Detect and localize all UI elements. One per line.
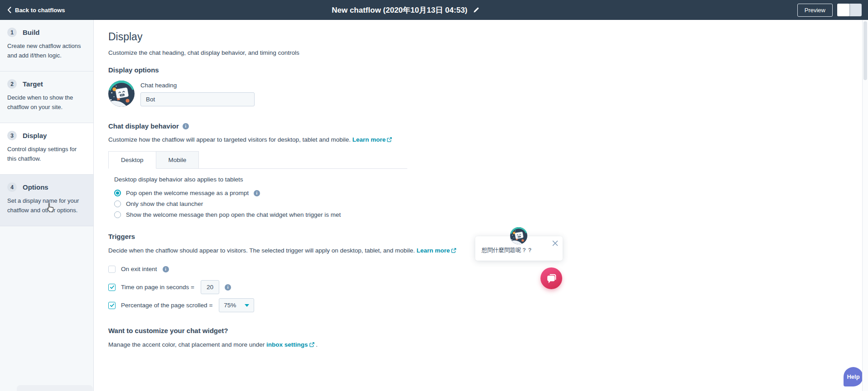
sidebar-bottom-tab	[17, 385, 93, 391]
scroll-percent-select[interactable]: 75%	[219, 298, 254, 312]
back-link-label: Back to chatflows	[15, 7, 65, 14]
device-tabs: Desktop Mobile	[108, 151, 407, 169]
radio-welcome-then-widget[interactable]: Show the welcome message then pop open t…	[114, 211, 862, 218]
radio-button-selected[interactable]	[114, 190, 121, 196]
step-number-badge: 1	[7, 28, 17, 37]
tab-mobile[interactable]: Mobile	[156, 151, 199, 169]
scroll-percent-checkbox[interactable]	[108, 302, 116, 309]
sidebar-step-build[interactable]: 1 Build Create new chatflow actions and …	[0, 20, 93, 72]
step-title: Options	[23, 183, 48, 191]
publish-toggle-knob	[837, 4, 849, 16]
chat-display-behavior-heading-row: Chat display behavior	[108, 122, 862, 130]
info-icon[interactable]	[254, 190, 260, 196]
info-icon[interactable]	[225, 284, 231, 291]
chat-heading-label: Chat heading	[140, 82, 255, 89]
chat-display-behavior-desc: Customize how the chatflow will appear t…	[108, 136, 862, 143]
tab-desktop[interactable]: Desktop	[108, 151, 156, 169]
customize-widget-heading: Want to customize your chat widget?	[108, 327, 862, 334]
checkbox-label: Percentage of the page scrolled =	[121, 302, 212, 309]
chat-heading-field: Chat heading	[140, 81, 255, 107]
sidebar-step-target[interactable]: 2 Target Decide when to show the chatflo…	[0, 72, 93, 123]
info-icon[interactable]	[183, 123, 189, 129]
chat-bubble-icon	[545, 272, 558, 285]
step-title: Build	[23, 29, 40, 36]
select-value: 75%	[224, 302, 236, 309]
radio-label: Only show the chat launcher	[126, 200, 203, 207]
steps-sidebar: 1 Build Create new chatflow actions and …	[0, 20, 94, 391]
radio-button[interactable]	[114, 200, 121, 207]
top-bar: Back to chatflows New chatflow (2020年10月…	[0, 0, 868, 20]
preview-button[interactable]: Preview	[797, 4, 833, 17]
time-on-page-checkbox[interactable]	[108, 284, 116, 291]
radio-pop-open-welcome[interactable]: Pop open the welcome message as a prompt	[114, 190, 862, 196]
checkbox-label: Time on page in seconds =	[121, 284, 194, 291]
step-title: Display	[23, 132, 47, 139]
desktop-tab-panel: Desktop display behavior also applies to…	[108, 169, 862, 218]
radio-only-launcher[interactable]: Only show the chat launcher	[114, 200, 862, 207]
bot-avatar-image	[108, 81, 135, 107]
chat-heading-input[interactable]	[140, 92, 255, 106]
step-number-badge: 2	[7, 79, 17, 89]
sidebar-step-display[interactable]: 3 Display Control display settings for t…	[0, 123, 93, 175]
chevron-left-icon	[7, 7, 11, 13]
chat-welcome-message: 想問什麼問題呢？？	[482, 247, 533, 254]
chat-heading-row: Chat heading	[108, 81, 862, 107]
display-settings-panel: Display Customize the chat heading, chat…	[94, 20, 862, 391]
close-icon[interactable]	[552, 240, 558, 246]
chat-widget-bot-avatar	[510, 227, 527, 244]
page-title: Display	[108, 31, 862, 43]
trigger-exit-intent-row: On exit intent	[108, 262, 862, 276]
help-button[interactable]: Help	[844, 367, 863, 386]
step-description: Control display settings for this chatfl…	[7, 145, 86, 164]
desktop-behavior-note: Desktop display behavior also applies to…	[114, 176, 862, 183]
external-link-icon	[451, 248, 456, 254]
radio-label: Show the welcome message then pop open t…	[126, 211, 341, 218]
edit-pencil-icon[interactable]	[473, 7, 479, 13]
page-scrollbar[interactable]	[862, 20, 868, 391]
chatflow-title: New chatflow (2020年10月13日 04:53)	[332, 0, 479, 20]
scrollbar-thumb[interactable]	[863, 21, 867, 80]
chat-display-behavior-heading: Chat display behavior	[108, 122, 179, 130]
topbar-actions: Preview	[797, 0, 862, 20]
step-number-badge: 4	[7, 182, 17, 192]
checkbox-label: On exit intent	[121, 266, 157, 272]
sidebar-step-options[interactable]: 4 Options Set a display name for your ch…	[0, 175, 93, 226]
learn-more-link[interactable]: Learn more	[352, 136, 386, 143]
step-description: Create new chatflow actions and add if/t…	[7, 42, 86, 61]
time-on-page-input[interactable]	[201, 280, 219, 294]
step-description: Decide when to show the chatflow on your…	[7, 93, 86, 112]
publish-toggle[interactable]	[837, 4, 862, 16]
info-icon[interactable]	[163, 266, 169, 272]
trigger-time-on-page-row: Time on page in seconds =	[108, 280, 862, 294]
step-description: Set a display name for your chatflow and…	[7, 196, 86, 215]
step-number-badge: 3	[7, 131, 17, 140]
chat-launcher-button[interactable]	[540, 267, 562, 289]
radio-button[interactable]	[114, 211, 121, 218]
chatflow-title-text: New chatflow (2020年10月13日 04:53)	[332, 5, 468, 15]
exit-intent-checkbox[interactable]	[108, 266, 116, 273]
customize-widget-text: Manage the accent color, chat placement …	[108, 341, 862, 348]
radio-label: Pop open the welcome message as a prompt	[126, 190, 249, 196]
trigger-scroll-percent-row: Percentage of the page scrolled = 75%	[108, 298, 862, 312]
chevron-down-icon	[245, 304, 249, 307]
learn-more-link[interactable]: Learn more	[416, 247, 450, 254]
back-to-chatflows-link[interactable]: Back to chatflows	[7, 0, 65, 20]
inbox-settings-link[interactable]: inbox settings	[266, 341, 308, 348]
page-subtitle: Customize the chat heading, chat display…	[108, 49, 862, 56]
display-options-heading: Display options	[108, 66, 862, 74]
step-title: Target	[23, 80, 43, 88]
external-link-icon	[309, 342, 314, 348]
external-link-icon	[387, 137, 392, 143]
